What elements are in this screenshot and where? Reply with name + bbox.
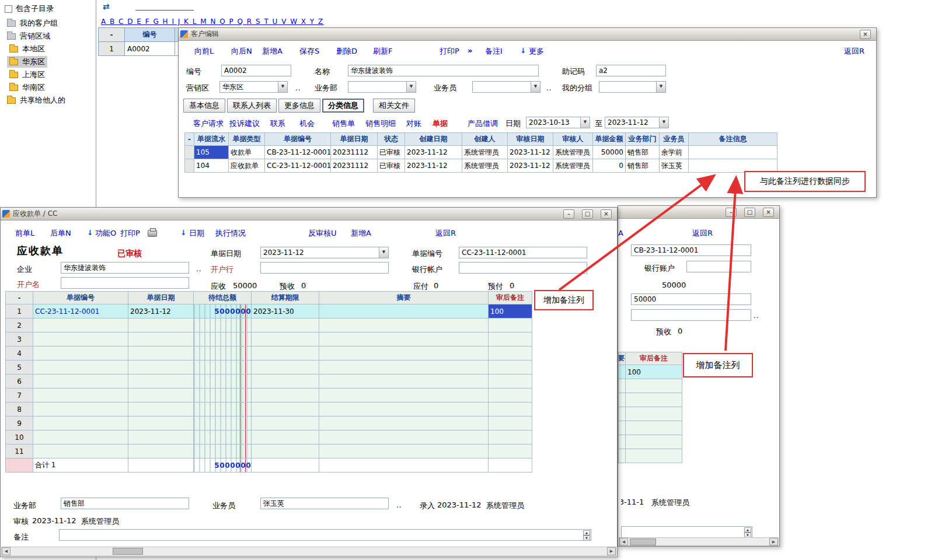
cell[interactable]: CB-23-11-12-0001 [265,146,331,159]
cell[interactable] [194,430,252,444]
grid-row[interactable]: 4 [6,346,532,360]
combo-arrow-icon[interactable]: ▼ [531,82,540,92]
cell[interactable] [489,416,532,430]
mnemonic-field[interactable]: a2 [596,65,666,76]
column-header[interactable]: 创建日期 [405,133,462,146]
grid-row[interactable]: 11 [6,444,532,459]
grid-row[interactable]: 7 [6,388,532,402]
cell[interactable]: 105 [194,146,229,159]
cell[interactable]: 1 [6,304,33,318]
cell[interactable] [128,416,194,430]
column-header[interactable]: 摘要 [319,292,489,304]
grid-row[interactable]: 8 [6,402,532,416]
toolbar-add-button[interactable]: 新增A [262,46,283,57]
cell[interactable] [252,360,319,374]
toolbar-prev-button[interactable]: 向前L [194,46,214,57]
cell[interactable] [33,388,128,402]
doc-no-field[interactable]: CB-23-11-12-0001 [631,244,751,256]
column-header[interactable]: 单据日期 [331,133,378,146]
sidebar-item-my-customer-group[interactable]: 我的客户组 [5,18,60,29]
dept-combo[interactable]: ▼ [348,81,416,93]
cell[interactable]: 系统管理员 [462,159,508,173]
cell[interactable]: 6 [6,374,33,388]
cell[interactable]: 2023-11-12 [405,146,462,159]
cell[interactable]: 张玉英 [660,159,689,173]
toolbar-overflow-chevron[interactable]: » [468,46,472,55]
column-header[interactable]: 单据编号 [33,292,128,304]
cell[interactable] [319,374,489,388]
toolbar-next-doc-button[interactable]: 后单N [50,228,71,239]
cell[interactable]: 5000000 [194,304,252,318]
combo-arrow-icon[interactable]: ▼ [406,82,416,92]
column-header[interactable]: 审核日期 [508,133,553,146]
grid-row[interactable]: 9 [6,416,532,430]
toolbar-function-button[interactable]: 功能O [95,228,116,239]
cell[interactable] [194,402,252,416]
bank-account-field[interactable] [459,262,587,274]
cell[interactable]: 8 [6,402,33,416]
subtab-reconciliation[interactable]: 对账 [406,118,421,129]
cell[interactable] [319,430,489,444]
combo-arrow-icon[interactable]: ▼ [278,82,287,92]
column-header[interactable]: - [185,133,194,146]
toolbar-back-button[interactable]: 返回R [844,46,864,57]
name-field[interactable]: 华东捷波装饰 [348,65,539,76]
cell[interactable] [33,318,128,332]
close-button[interactable]: × [601,209,612,219]
scroll-right-button[interactable]: ▶ [769,538,778,545]
cell[interactable] [128,332,194,346]
cell[interactable] [194,360,252,374]
salesman-combo[interactable]: ▼ [472,81,541,93]
cell[interactable]: 系统管理员 [553,159,593,173]
toolbar-back-button[interactable]: 返回R [435,228,456,239]
cell[interactable]: 3 [6,332,33,346]
cell[interactable]: 10 [6,430,33,444]
cell[interactable] [33,444,128,459]
cell[interactable] [252,388,319,402]
cell[interactable] [619,365,626,379]
toolbar-unaudit-button[interactable]: 反审核U [308,228,337,239]
cell[interactable]: CC-23-11-12-0001 [33,304,128,318]
ar-doc-titlebar[interactable]: 应收款单 / CC – □ × [1,208,617,220]
cell[interactable] [194,374,252,388]
toolbar-back-button[interactable]: 返回R [692,228,713,239]
more-button[interactable]: .. [754,312,759,320]
cell[interactable] [185,146,194,159]
toolbar-delete-button[interactable]: 删除D [336,46,357,57]
toolbar-note-button[interactable]: 备注I [485,46,503,57]
column-header[interactable]: - [6,292,33,304]
cell[interactable] [489,444,532,459]
cell[interactable]: 已审核 [378,159,405,173]
column-header[interactable]: 编号 [125,28,175,42]
blank-field[interactable] [631,309,751,321]
swap-arrows-icon[interactable]: ⇄ [103,2,110,11]
include-subdir-checkbox[interactable] [5,5,12,13]
my-group-combo[interactable]: ▼ [599,81,666,93]
grid-row[interactable]: 10 [6,430,532,444]
cell[interactable] [489,374,532,388]
cell[interactable] [252,332,319,346]
toolbar-print-button[interactable]: 打印P [440,46,459,57]
combo-arrow-icon[interactable]: ▼ [379,247,388,258]
grid-row[interactable]: 3 [6,332,532,346]
column-header[interactable]: 审核人 [553,133,593,146]
grid-row[interactable] [619,379,682,393]
column-header-post-audit-note[interactable]: 审后备注 [626,352,682,365]
cell[interactable] [619,393,626,407]
cell[interactable]: 系统管理员 [553,146,593,159]
cell[interactable] [489,430,532,444]
cell[interactable]: 20231112 [331,159,378,173]
alphabet-index[interactable]: A B C D E F G H I J K L M N O P Q R S T … [101,18,324,26]
cell[interactable] [33,332,128,346]
grid-row[interactable]: 6 [6,374,532,388]
sidebar-item-shanghai-region[interactable]: 上海区 [7,69,47,80]
subtab-contact[interactable]: 联系 [270,118,285,129]
cell[interactable] [626,449,682,463]
dept-field[interactable]: 销售部 [61,498,189,509]
cell[interactable] [626,393,682,407]
sidebar-item-huanan-region[interactable]: 华南区 [7,82,47,93]
column-header[interactable]: - [99,28,125,42]
cell[interactable]: 100 [626,365,682,379]
grid-row[interactable] [619,393,682,407]
printer-icon[interactable] [148,230,157,237]
